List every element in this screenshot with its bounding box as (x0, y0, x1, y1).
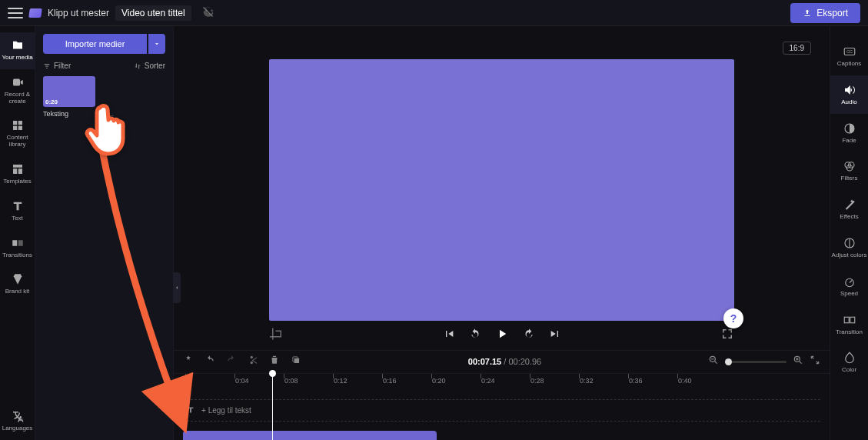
forward-icon[interactable] (523, 328, 535, 343)
rnav-adjust-colors[interactable]: Adjust colors (830, 228, 869, 267)
skip-end-icon[interactable] (549, 328, 561, 343)
redo-icon[interactable] (226, 355, 237, 368)
add-text-track[interactable]: + Legg til tekst (186, 405, 251, 415)
fit-timeline-icon[interactable] (810, 355, 820, 368)
aspect-ratio-badge[interactable]: 16:9 (783, 42, 811, 55)
zoom-slider[interactable] (725, 361, 787, 363)
skip-start-icon[interactable] (443, 328, 455, 343)
svg-text:CC: CC (846, 49, 853, 54)
rnav-filters[interactable]: Filters (830, 152, 869, 190)
svg-rect-9 (18, 240, 22, 246)
duplicate-icon[interactable] (291, 355, 301, 368)
svg-rect-7 (18, 168, 22, 174)
import-media-button[interactable]: Importer medier (43, 34, 147, 54)
zoom-out-icon[interactable] (708, 355, 719, 368)
hamburger-menu[interactable] (8, 8, 23, 18)
rnav-speed[interactable]: Speed (830, 267, 869, 305)
sort-button[interactable]: Sorter (134, 62, 165, 70)
sync-off-icon (198, 5, 215, 21)
svg-rect-8 (12, 240, 17, 246)
undo-icon[interactable] (205, 355, 215, 368)
svg-rect-10 (294, 358, 299, 363)
rnav-audio[interactable]: Audio (830, 75, 869, 114)
nav-transitions[interactable]: Transitions (0, 230, 35, 267)
export-label: Eksport (816, 8, 848, 18)
rnav-transition[interactable]: Transition (830, 305, 869, 344)
play-button[interactable] (495, 327, 509, 344)
timeline-clip[interactable] (183, 431, 437, 440)
nav-text[interactable]: Text (0, 193, 35, 230)
svg-rect-3 (13, 126, 17, 130)
svg-rect-22 (844, 317, 849, 323)
nav-content-library[interactable]: Content library (0, 112, 35, 156)
filter-button[interactable]: Filter (43, 62, 71, 70)
svg-rect-6 (13, 168, 17, 174)
nav-your-media[interactable]: Your media (0, 32, 35, 69)
svg-rect-0 (13, 78, 20, 85)
nav-templates[interactable]: Templates (0, 156, 35, 193)
app-name: Klipp ut mester (48, 8, 109, 18)
thumb-label: Teksting (43, 110, 95, 118)
timecode-display: 00:07.15 / 00:20.96 (301, 357, 708, 366)
thumb-duration: 0:20 (45, 98, 58, 105)
split-icon[interactable] (248, 355, 258, 368)
playhead[interactable] (272, 374, 273, 440)
media-thumb-teksting[interactable]: 0:20 Teksting (43, 76, 95, 118)
zoom-in-icon[interactable] (793, 355, 803, 368)
magic-icon[interactable] (183, 355, 194, 368)
fullscreen-icon[interactable] (720, 327, 734, 344)
svg-rect-2 (18, 121, 22, 125)
rnav-captions[interactable]: CCCaptions (830, 37, 869, 75)
import-media-dropdown[interactable] (148, 34, 165, 54)
project-title-input[interactable]: Video uten tittel (115, 5, 191, 21)
svg-rect-4 (18, 126, 22, 130)
app-logo-icon (28, 8, 42, 18)
preview-canvas[interactable]: ? (269, 59, 734, 321)
nav-brand-kit[interactable]: Brand kit (0, 266, 35, 303)
timeline-ruler[interactable]: 0 0:04 0:08 0:12 0:16 0:20 0:24 0:28 0:3… (174, 373, 830, 388)
rnav-color[interactable]: Color (830, 343, 869, 382)
rnav-effects[interactable]: Effects (830, 190, 869, 228)
nav-record-create[interactable]: Record & create (0, 69, 35, 113)
svg-rect-5 (13, 165, 22, 168)
delete-icon[interactable] (269, 355, 280, 368)
crop-icon[interactable] (270, 327, 284, 344)
svg-rect-23 (850, 317, 854, 323)
nav-languages[interactable]: Languages (0, 403, 35, 440)
thumb-label-2: vi... (103, 110, 114, 118)
rewind-icon[interactable] (469, 328, 481, 343)
svg-rect-1 (13, 121, 17, 125)
rnav-fade[interactable]: Fade (830, 114, 869, 152)
export-button[interactable]: Eksport (790, 3, 860, 23)
help-bubble[interactable]: ? (723, 308, 743, 328)
